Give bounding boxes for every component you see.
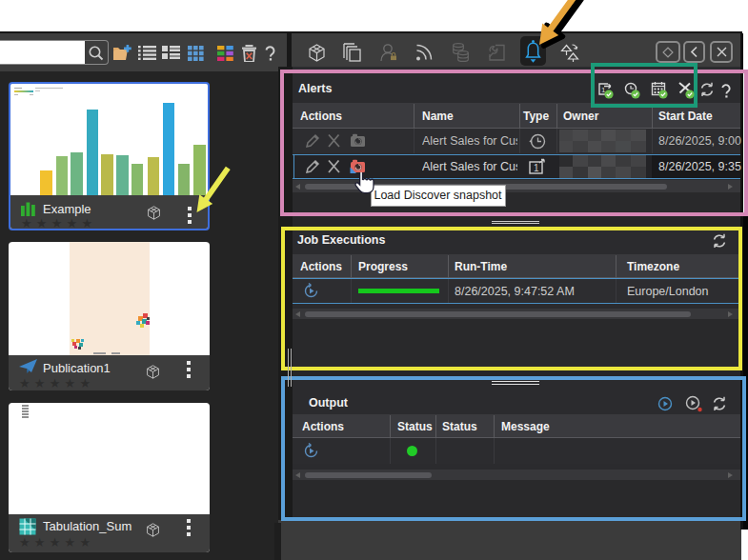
svg-text:1: 1 xyxy=(534,163,539,173)
